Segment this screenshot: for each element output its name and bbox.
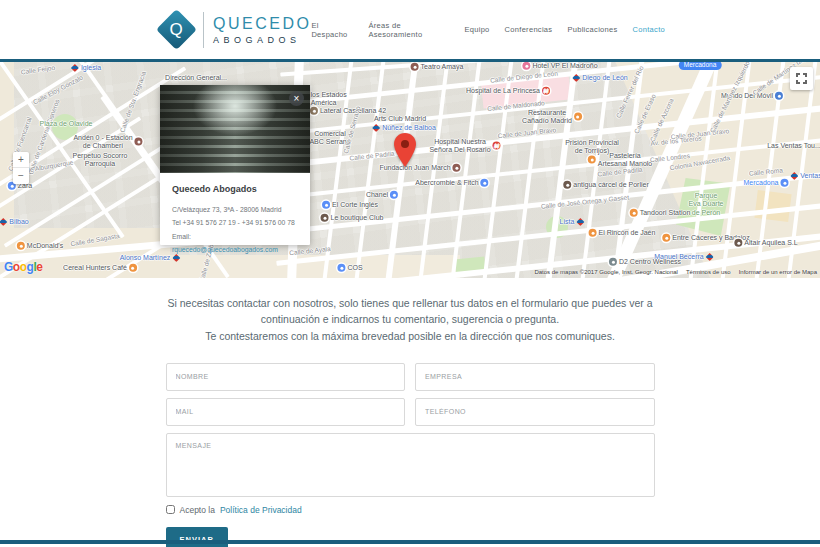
- food-icon: [588, 156, 596, 164]
- hospital-icon: [542, 87, 550, 95]
- map-label: Calle de José Ortega y Gasset: [541, 193, 630, 210]
- map-label: Altair Aquilea S.L: [734, 239, 797, 247]
- hotel-icon: [522, 62, 530, 70]
- contact-form: Acepto la Política de Privacidad ENVIAR: [166, 363, 655, 547]
- contact-section: Si necesitas contactar con nosotros, sol…: [0, 295, 820, 547]
- map-label: Iglesia: [71, 64, 101, 72]
- mensaje-textarea[interactable]: [166, 433, 655, 497]
- telefono-input[interactable]: [415, 398, 655, 426]
- shop-icon: [781, 179, 789, 187]
- page: Q QUECEDO ABOGADOS El DespachoÁreas de A…: [0, 0, 820, 547]
- zoom-out-button[interactable]: −: [13, 168, 29, 184]
- attribution-report-link[interactable]: Informar de un error de Mapa: [739, 269, 817, 275]
- map-marker-pin[interactable]: [394, 133, 416, 167]
- fullscreen-button[interactable]: [790, 67, 813, 90]
- privacy-checkbox[interactable]: [166, 505, 175, 514]
- zoom-controls: + −: [13, 152, 29, 184]
- map-label: Calle de Sagasta: [70, 232, 120, 248]
- map-label: Las Ventas Tou...: [767, 142, 820, 150]
- privacy-text: Acepto la: [180, 505, 215, 515]
- nav-el-despacho[interactable]: El Despacho: [311, 21, 353, 39]
- mail-input[interactable]: [166, 398, 406, 426]
- map-label: Calle de Diego de León: [490, 70, 558, 85]
- phone-icon: [775, 92, 783, 100]
- map-label: Cereal Hunters Café: [63, 264, 137, 272]
- shop-icon: [337, 264, 345, 272]
- metro-icon: [572, 74, 580, 82]
- privacy-policy-link[interactable]: Política de Privacidad: [220, 505, 302, 515]
- food-icon: [129, 264, 137, 272]
- nav-areas-de-asesoramiento[interactable]: Áreas de Asesoramiento: [368, 21, 449, 39]
- nav-publicaciones[interactable]: Publicaciones: [567, 25, 617, 34]
- infowindow-email-row: Email: rquecedo@quecedoabogados.com: [172, 230, 298, 257]
- map-label: Bilbao: [0, 218, 29, 226]
- map-label: Calle Roma: [749, 166, 784, 177]
- shop-icon: [390, 191, 398, 199]
- map-label: Hospital Nuestra Señora Del Rosario: [429, 138, 500, 155]
- footer-bar: [0, 540, 820, 544]
- metro-icon: [790, 172, 798, 180]
- map-label: Hotel VP El Madroño: [522, 62, 597, 70]
- map-label: D2 Centro Wellness: [609, 258, 681, 266]
- map-label: Fundación Juan March: [379, 164, 460, 172]
- map-label: Abercrombie & Fitch: [415, 179, 488, 187]
- infowindow-address: C/Velázquez 73, 3ªA - 28006 Madrid: [172, 203, 298, 216]
- nav-conferencias[interactable]: Conferencias: [505, 25, 553, 34]
- food-icon: [574, 113, 582, 121]
- map-canvas[interactable]: Teatro AmayaMercadonaHotel VP El Madroño…: [0, 62, 820, 278]
- shop-icon: [322, 201, 330, 209]
- map-label: Perpetuo Socorro Parroquia: [73, 152, 128, 169]
- metro-icon: [372, 124, 380, 132]
- map-attribution: Datos de mapas ©2017 Google, Inst. Geogr…: [534, 269, 817, 275]
- map-label: Parque Eva Duarte de Perón: [688, 192, 723, 217]
- map-label: Teatro Amaya: [411, 63, 464, 71]
- poi-dark-icon: [321, 214, 329, 222]
- map-label: Andén 0 - Estación de Chamberí: [73, 134, 142, 151]
- map-label: Restaurante Cañadío Madrid: [522, 109, 582, 126]
- culture-icon: [453, 164, 461, 172]
- map-label: Mercadona: [679, 62, 722, 70]
- wellness-icon: [609, 258, 617, 266]
- header: Q QUECEDO ABOGADOS El DespachoÁreas de A…: [0, 0, 820, 62]
- map-label: antigua cárcel de Porlier: [563, 181, 649, 189]
- map-label: Núñez de Balboa: [372, 124, 436, 132]
- map-label: Tandoori Station: [630, 209, 691, 217]
- zoom-in-button[interactable]: +: [13, 152, 29, 168]
- google-logo[interactable]: Google: [4, 260, 42, 274]
- main-nav: El DespachoÁreas de AsesoramientoEquipoC…: [311, 21, 665, 39]
- map-label: Calle de Juan Bravo: [497, 126, 556, 140]
- infowindow-close-button[interactable]: ×: [289, 91, 304, 106]
- brand-subname: ABOGADOS: [213, 35, 311, 45]
- infowindow-title: Quecedo Abogados: [172, 184, 298, 194]
- nav-equipo[interactable]: Equipo: [464, 25, 489, 34]
- food-icon: [662, 234, 670, 242]
- shop-icon: [481, 179, 489, 187]
- poi-dark-icon: [563, 181, 571, 189]
- infowindow-email-label: Email:: [172, 233, 191, 240]
- food-icon: [17, 242, 25, 250]
- nombre-input[interactable]: [166, 363, 406, 391]
- map-label: Le boutique Club: [321, 214, 384, 222]
- map-label: COS: [337, 264, 362, 272]
- map-label: Hospital de La Princesa: [466, 87, 550, 95]
- culture-icon: [135, 138, 143, 146]
- map-label: Dirección General...: [165, 74, 227, 82]
- map-label: Chanel: [366, 191, 398, 199]
- map-label: Calle de Sta. Engracia: [118, 70, 147, 133]
- nav-contacto[interactable]: Contacto: [633, 25, 665, 34]
- map-label: Mercadona: [743, 179, 788, 187]
- map-labels: Teatro AmayaMercadonaHotel VP El Madroño…: [0, 62, 820, 278]
- empresa-input[interactable]: [415, 363, 655, 391]
- privacy-row: Acepto la Política de Privacidad: [166, 505, 655, 515]
- metro-icon: [0, 218, 7, 226]
- fullscreen-icon: [796, 73, 807, 84]
- brand-logo[interactable]: Q QUECEDO ABOGADOS: [155, 9, 311, 51]
- hospital-icon: [493, 142, 501, 150]
- metro-icon: [576, 218, 584, 226]
- attribution-data: Datos de mapas ©2017 Google, Inst. Geogr…: [534, 269, 678, 275]
- attribution-terms-link[interactable]: Términos de uso: [686, 269, 731, 275]
- logo-diamond-icon: Q: [155, 9, 197, 51]
- map-label: Calle de Padilla: [349, 150, 395, 162]
- infowindow-email-link[interactable]: rquecedo@quecedoabogados.com: [172, 246, 278, 253]
- poi-dark-icon: [734, 239, 742, 247]
